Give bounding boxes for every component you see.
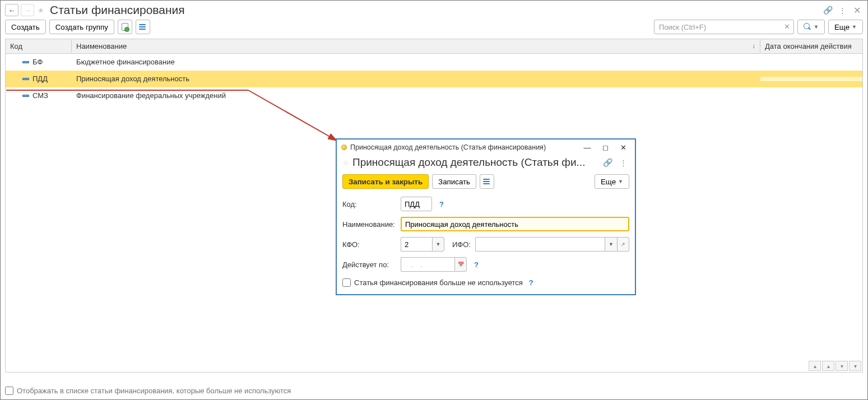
page-title: Статьи финансирования <box>50 3 185 17</box>
dialog-more-button[interactable]: Еще▼ <box>595 174 629 189</box>
favorite-star-icon[interactable]: ★ <box>38 6 44 15</box>
nav-forward-button[interactable]: → <box>21 4 34 16</box>
write-close-button[interactable]: Записать и закрыть <box>342 174 429 189</box>
dialog-close-button[interactable]: ✕ <box>616 142 630 153</box>
item-icon <box>22 61 29 63</box>
show-unused-label: Отображать в списке статьи финансировани… <box>17 387 291 395</box>
column-end-date[interactable]: Дата окончания действия <box>760 40 862 53</box>
date-picker-button[interactable]: 📅 <box>454 257 467 272</box>
dialog-title: Приносящая доход деятельность (Статья фи… <box>352 156 598 169</box>
column-code[interactable]: Код <box>6 40 72 53</box>
valid-label: Действует по: <box>342 261 396 269</box>
modified-indicator-icon <box>341 145 347 150</box>
write-button[interactable]: Записать <box>432 174 476 189</box>
list-view-button[interactable] <box>136 20 150 34</box>
sheet-export-icon <box>122 23 128 31</box>
dialog-list-button[interactable] <box>480 174 494 189</box>
unused-help-icon[interactable]: ? <box>526 277 536 287</box>
dialog-window-title: Приносящая доход деятельность (Статья фи… <box>350 143 577 151</box>
kfo-label: КФО: <box>342 240 396 249</box>
show-unused-checkbox[interactable] <box>5 387 13 395</box>
search-dropdown-button[interactable]: ▼ <box>797 20 825 34</box>
nav-back-button[interactable]: ← <box>5 4 18 16</box>
name-label: Наименование: <box>342 220 396 229</box>
scroll-down-button[interactable]: ▾ <box>835 361 848 371</box>
code-help-icon[interactable]: ? <box>437 199 447 209</box>
item-icon <box>22 95 29 97</box>
table-row[interactable]: ПДД Приносящая доход деятельность <box>6 71 862 87</box>
maximize-button[interactable]: ◻ <box>598 142 612 153</box>
export-button[interactable] <box>118 20 132 34</box>
kfo-dropdown-button[interactable]: ▼ <box>432 237 444 252</box>
scroll-up-button[interactable]: ▴ <box>822 361 834 371</box>
minimize-button[interactable]: — <box>580 142 595 153</box>
ifo-input[interactable] <box>475 237 605 252</box>
ifo-label: ИФО: <box>452 240 471 249</box>
table-row[interactable]: СМЗ Финансирование федеральных учреждени… <box>6 87 862 104</box>
magnifier-icon <box>804 23 811 31</box>
dialog-kebab-icon[interactable]: ⋮ <box>617 156 629 169</box>
valid-help-icon[interactable]: ? <box>471 259 481 269</box>
ifo-open-button[interactable]: ↗ <box>617 237 629 252</box>
unused-label: Статья финансирования больше не использу… <box>354 278 523 287</box>
dialog-link-icon[interactable]: 🔗 <box>601 156 614 169</box>
kebab-icon[interactable]: ⋮ <box>836 4 848 16</box>
dialog-favorite-icon[interactable]: ☆ <box>342 159 349 167</box>
unused-checkbox[interactable] <box>342 278 351 287</box>
edit-dialog: Приносящая доход деятельность (Статья фи… <box>336 138 636 295</box>
search-clear-icon[interactable]: ✕ <box>782 21 792 31</box>
link-icon[interactable]: 🔗 <box>821 4 834 16</box>
column-name[interactable]: Наименование ↓ <box>72 40 760 53</box>
name-input[interactable] <box>401 217 629 231</box>
code-label: Код: <box>342 200 396 208</box>
valid-date-input[interactable] <box>401 257 454 272</box>
search-input[interactable] <box>654 20 794 34</box>
scroll-bottom-button[interactable]: ▾ <box>849 361 861 371</box>
more-button[interactable]: Еще▼ <box>828 20 863 34</box>
kfo-input[interactable] <box>401 237 432 252</box>
scroll-top-button[interactable]: ▴ <box>809 361 821 371</box>
list-icon <box>139 23 147 31</box>
ifo-dropdown-button[interactable]: ▼ <box>605 237 617 252</box>
close-icon[interactable]: ✕ <box>851 4 863 16</box>
create-group-button[interactable]: Создать группу <box>49 20 114 34</box>
item-icon <box>22 78 29 80</box>
create-button[interactable]: Создать <box>5 20 46 34</box>
list-icon <box>483 178 491 185</box>
sort-indicator-icon: ↓ <box>752 42 755 50</box>
table-row[interactable]: БФ Бюджетное финансирование <box>6 54 862 71</box>
code-input[interactable] <box>401 197 432 211</box>
